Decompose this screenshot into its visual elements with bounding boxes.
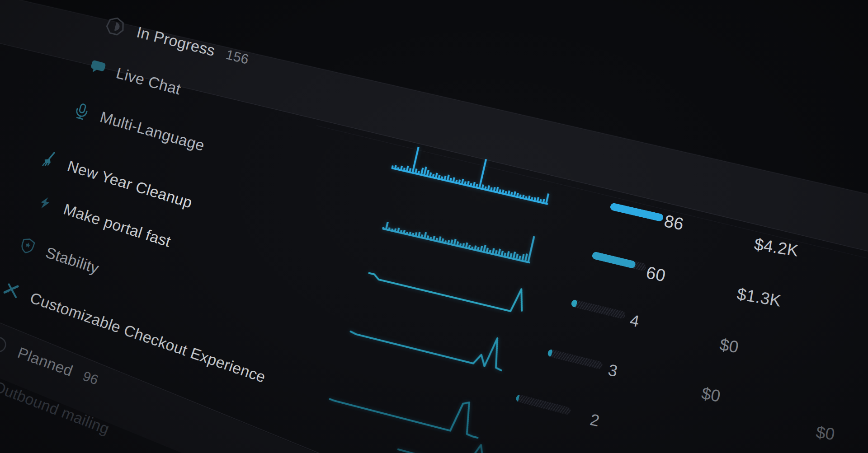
score-value-row-2: 60 xyxy=(644,263,667,286)
feature-board-hero: In Progress 156 Live Chat Multi-Language… xyxy=(0,0,868,453)
revenue-value-row-4: $0 xyxy=(700,384,722,406)
revenue-value-row-3: $0 xyxy=(718,335,740,357)
score-value-row-1: 86 xyxy=(662,211,685,234)
group-count-badge: 156 xyxy=(224,47,250,67)
revenue-value-corner: $0 xyxy=(815,423,836,444)
